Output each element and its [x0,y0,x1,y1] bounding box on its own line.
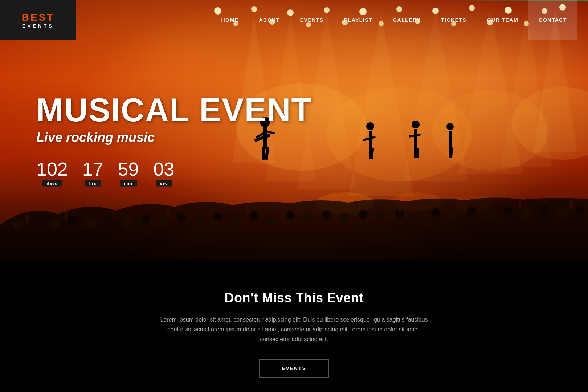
svg-rect-47 [414,129,417,149]
svg-point-80 [449,210,459,220]
svg-rect-97 [465,201,466,211]
svg-point-79 [431,208,440,217]
svg-point-87 [576,206,585,215]
nav-contact[interactable]: CONTACT [528,0,577,40]
svg-point-53 [446,123,454,130]
svg-point-82 [485,209,495,219]
svg-point-84 [521,208,531,219]
svg-point-65 [177,213,186,222]
event-section: Don't Miss This Event Lorem ipsum dolor … [0,261,588,392]
svg-point-75 [359,210,367,219]
svg-rect-45 [369,148,371,159]
svg-point-85 [540,205,549,215]
svg-point-78 [412,211,422,221]
nav-playlist[interactable]: PLAYLIST [334,0,383,40]
countdown-days-label: days [42,180,62,187]
countdown-hrs-value: 17 [82,160,103,179]
nav-home[interactable]: HOME [211,0,249,40]
svg-point-48 [412,121,420,128]
svg-point-31 [512,87,588,160]
svg-rect-88 [26,214,28,223]
event-section-body: Lorem ipsum dolor sit amet, consectetur … [160,315,428,344]
svg-point-77 [395,209,404,218]
countdown-min-value: 59 [118,160,139,179]
countdown-min-label: min [120,180,137,187]
countdown-min: 59 min [118,160,139,187]
svg-point-62 [122,217,132,227]
svg-point-69 [249,211,259,221]
countdown-sec-value: 03 [153,160,174,179]
svg-rect-92 [211,207,212,216]
svg-rect-99 [570,201,572,209]
svg-rect-46 [370,148,374,159]
svg-point-33 [392,192,443,211]
svg-point-32 [316,192,374,214]
svg-rect-44 [363,136,376,141]
svg-point-74 [340,213,350,223]
svg-rect-54 [449,147,451,158]
svg-rect-49 [409,134,421,138]
svg-point-58 [49,219,60,229]
svg-point-56 [13,220,24,230]
nav-events[interactable]: EVENTS [290,0,334,40]
svg-point-34 [450,195,494,211]
countdown-days: 102 days [36,160,68,187]
countdown-hrs-label: hrs [85,180,101,187]
svg-point-64 [158,216,168,226]
svg-point-61 [104,215,114,224]
svg-point-57 [32,217,41,226]
svg-point-63 [141,215,150,223]
svg-point-86 [558,208,568,218]
nav-about[interactable]: ABOUT [249,0,290,40]
svg-point-59 [68,216,77,225]
svg-rect-51 [416,148,419,158]
svg-point-66 [195,216,205,226]
svg-point-81 [467,207,477,216]
svg-rect-50 [414,148,417,158]
svg-point-72 [303,213,314,223]
hero-subtitle: Live rocking music [36,130,312,145]
main-nav: HOME ABOUT EVENTS PLAYLIST GALLERY TICKE… [211,0,588,40]
logo-best: BEST [22,12,55,23]
logo-events: EVENTS [22,23,54,29]
svg-rect-91 [167,210,169,219]
svg-point-71 [286,211,295,220]
nav-tickets[interactable]: TICKETS [431,0,477,40]
hero-title: MUSICAL EVENT [36,94,312,126]
logo: BEST EVENTS [0,0,76,40]
svg-point-30 [432,91,548,171]
svg-point-68 [231,215,241,225]
svg-point-76 [376,212,386,222]
countdown: 102 days 17 hrs 59 min 03 sec [36,160,312,187]
event-section-heading: Don't Miss This Event [7,290,581,306]
svg-rect-90 [113,209,114,218]
svg-rect-42 [369,131,372,149]
svg-point-83 [504,206,513,215]
svg-rect-96 [399,203,401,212]
svg-rect-94 [301,205,303,215]
svg-point-60 [86,218,96,228]
svg-rect-95 [356,203,358,212]
svg-point-43 [366,122,374,130]
hero-content: MUSICAL EVENT Live rocking music 102 day… [36,94,312,187]
svg-rect-93 [247,206,249,215]
events-button[interactable]: EVENTS [259,359,329,378]
svg-rect-52 [449,131,452,148]
countdown-sec-label: sec [156,180,172,187]
countdown-hrs: 17 hrs [82,160,103,187]
countdown-sec: 03 sec [153,160,174,187]
nav-our-team[interactable]: OUR TEAM [477,0,528,40]
svg-point-29 [327,87,472,181]
svg-point-73 [322,210,331,220]
svg-point-70 [267,214,277,224]
nav-gallery[interactable]: GALLERY [383,0,431,40]
svg-rect-98 [519,200,521,209]
svg-rect-89 [65,211,67,221]
countdown-days-value: 102 [36,160,68,179]
svg-point-67 [213,213,222,221]
svg-rect-55 [450,147,453,158]
